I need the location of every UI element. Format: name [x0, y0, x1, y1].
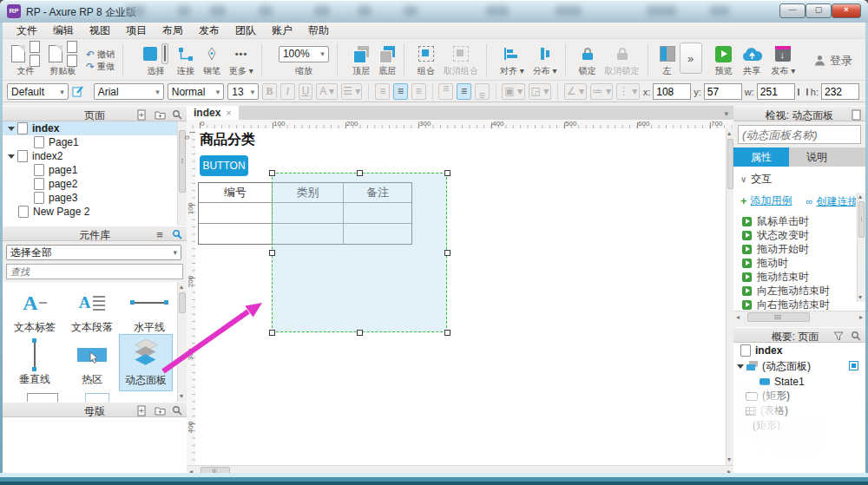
tab-index[interactable]: index×: [187, 106, 239, 120]
preview-tool[interactable]: 预览: [711, 41, 737, 80]
search-icon[interactable]: [171, 108, 183, 121]
valign-middle-button[interactable]: ≡: [457, 83, 471, 100]
event-ondragend[interactable]: 拖动结束时: [733, 270, 865, 284]
event-onclick[interactable]: 鼠标单击时: [733, 214, 865, 228]
dynamic-panel-selection[interactable]: [272, 173, 447, 332]
collapse-icon[interactable]: [737, 364, 744, 369]
copy-icon[interactable]: [49, 45, 62, 62]
align-tool[interactable]: 对齐 ▾: [496, 41, 529, 80]
style-preset-select[interactable]: Default▾: [7, 83, 69, 100]
menu-file[interactable]: 文件: [9, 23, 45, 38]
page-item-page1[interactable]: Page1: [3, 135, 187, 149]
align-center-button[interactable]: ≡: [393, 83, 408, 100]
add-page-icon[interactable]: [136, 108, 148, 121]
line-style-button[interactable]: ≔ ▾: [590, 83, 613, 100]
collapse-icon[interactable]: [8, 127, 15, 131]
button-widget[interactable]: BUTTON: [200, 155, 248, 176]
italic-button[interactable]: I: [280, 83, 295, 100]
notes-doc-icon[interactable]: [850, 108, 862, 121]
minimize-button[interactable]: —: [779, 3, 806, 18]
send-to-back[interactable]: 底层: [374, 41, 400, 80]
page-item-newpage2[interactable]: New Page 2: [3, 205, 187, 219]
lock-tool[interactable]: 锁定: [575, 41, 601, 80]
selection-handle-sw[interactable]: [269, 330, 275, 336]
bring-to-front[interactable]: 顶层: [348, 41, 374, 80]
event-ondragright[interactable]: 向右拖动结束时: [733, 298, 865, 311]
table-header-cell[interactable]: 编号: [199, 183, 273, 203]
menu-account[interactable]: 账户: [264, 23, 300, 38]
inspector-hscrollbar[interactable]: ◂ ▸: [733, 311, 865, 322]
event-ondragstart[interactable]: 拖动开始时: [733, 242, 865, 256]
inspector-vscrollbar[interactable]: ▴ ▾: [857, 193, 865, 302]
underline-button[interactable]: U: [299, 83, 313, 100]
x-input[interactable]: [653, 83, 691, 100]
menu-publish[interactable]: 发布: [191, 23, 227, 38]
search-icon[interactable]: [850, 330, 862, 342]
section-chevron-icon[interactable]: ∨: [740, 174, 746, 184]
menu-help[interactable]: 帮助: [300, 23, 337, 38]
event-ondrag[interactable]: 拖动时: [733, 256, 865, 270]
align-right-button[interactable]: ≡: [411, 83, 426, 100]
h-input[interactable]: [821, 83, 859, 100]
search-icon[interactable]: [171, 404, 183, 416]
table-cell[interactable]: [199, 224, 273, 244]
outline-item-index[interactable]: index: [733, 343, 865, 358]
redo-button[interactable]: ↷重做: [86, 62, 115, 72]
add-page-icon[interactable]: [136, 404, 148, 416]
menu-view[interactable]: 视图: [82, 23, 118, 38]
tab-notes[interactable]: 说明: [789, 147, 845, 167]
distribute-tool[interactable]: 分布 ▾: [529, 41, 562, 80]
widget-hotspot[interactable]: 热区: [65, 338, 119, 390]
tab-properties[interactable]: 属性: [733, 147, 789, 167]
outline-item-dynamic-panel[interactable]: (动态面板): [733, 358, 865, 374]
widget-text-label[interactable]: A 文本标签: [8, 285, 62, 338]
page-title-text[interactable]: 商品分类: [200, 131, 255, 149]
save-icon[interactable]: [30, 41, 40, 53]
select-intersect-button[interactable]: [143, 47, 157, 61]
hamburger-icon[interactable]: ≡: [154, 228, 166, 240]
page-item-index2[interactable]: index2: [3, 149, 187, 163]
page-item-page2[interactable]: page2: [3, 177, 187, 191]
login-button[interactable]: 登录: [814, 41, 852, 80]
panel-name-input[interactable]: [738, 125, 861, 144]
add-folder-icon[interactable]: [154, 404, 166, 416]
selection-handle-w[interactable]: [269, 250, 275, 256]
library-select[interactable]: 选择全部▾: [6, 245, 181, 260]
filter-icon[interactable]: [832, 330, 845, 342]
file-tools[interactable]: 文件: [7, 41, 44, 80]
selection-handle-s[interactable]: [357, 330, 363, 336]
valign-top-button[interactable]: ≡: [438, 83, 453, 100]
table-cell[interactable]: [199, 203, 273, 224]
close-button[interactable]: ×: [832, 3, 861, 18]
create-connection-link[interactable]: 创建连接: [816, 195, 856, 207]
close-tab-icon[interactable]: ×: [226, 108, 231, 118]
toolbar-overflow-button[interactable]: »: [680, 43, 702, 74]
page-item-page3[interactable]: page3: [3, 191, 187, 205]
bold-button[interactable]: B: [262, 83, 277, 100]
share-tool[interactable]: 共享: [737, 41, 767, 80]
tab-list-dropdown[interactable]: ▾: [724, 109, 728, 118]
fill-color-button[interactable]: ▣ ▾: [502, 83, 524, 100]
y-input[interactable]: [704, 83, 742, 100]
publish-tool[interactable]: 发布 ▾: [767, 41, 800, 80]
title-bar[interactable]: RP RP - Axure RP 8 企业版 — ▢ ×: [0, 0, 868, 23]
font-weight-select[interactable]: Normal▾: [168, 83, 224, 100]
event-ondragleft[interactable]: 向左拖动结束时: [733, 284, 865, 298]
align-left-button[interactable]: ≡: [375, 83, 390, 100]
bullet-list-button[interactable]: ☰ ▾: [341, 83, 363, 100]
selection-handle-nw[interactable]: [269, 170, 275, 176]
pen-tool[interactable]: 钢笔: [199, 41, 225, 80]
w-input[interactable]: [757, 83, 795, 100]
menu-edit[interactable]: 编辑: [45, 23, 82, 38]
panel-state-indicator[interactable]: [849, 361, 858, 370]
selection-handle-e[interactable]: [444, 250, 450, 256]
font-color-button[interactable]: A ▾: [316, 83, 338, 100]
page-item-page1b[interactable]: page1: [3, 163, 187, 177]
undo-button[interactable]: ↶撤销: [86, 49, 115, 60]
group-tool[interactable]: 组合: [413, 41, 439, 80]
widget-dynamic-panel[interactable]: 动态面板: [119, 334, 173, 391]
selection-handle-ne[interactable]: [444, 170, 450, 176]
menu-team[interactable]: 团队: [227, 23, 264, 38]
widget-search-input[interactable]: [6, 264, 183, 279]
maximize-button[interactable]: ▢: [806, 3, 832, 18]
